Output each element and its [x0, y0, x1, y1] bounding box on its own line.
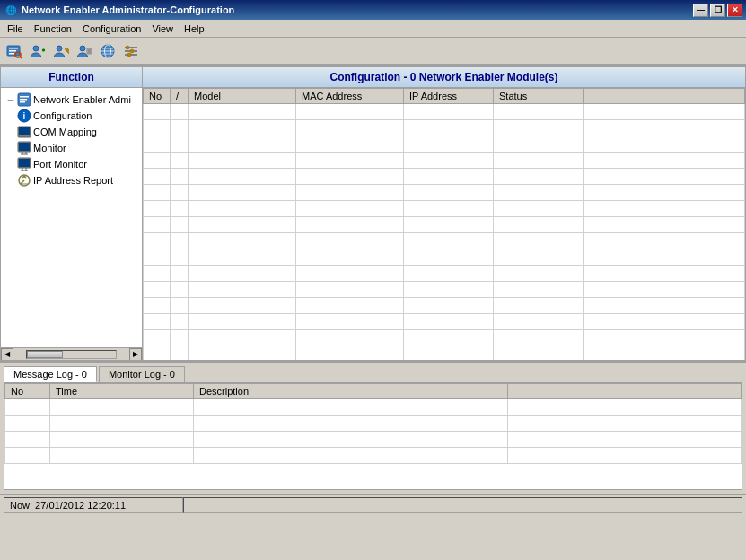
app-icon: 🌐	[4, 3, 18, 17]
status-timestamp: Now: 27/01/2012 12:20:11	[4, 497, 183, 513]
tree-root-label: Network Enabler Admi	[33, 94, 131, 105]
tree-item-configuration-label: Configuration	[33, 110, 92, 121]
toolbar-settings-btn[interactable]	[120, 40, 142, 62]
table-row	[144, 185, 745, 201]
tree-item-configuration[interactable]: i Configuration	[17, 108, 138, 124]
log-header-row: No Time Description	[5, 384, 742, 399]
tab-monitor-log[interactable]: Monitor Log - 0	[99, 366, 185, 382]
svg-rect-43	[19, 159, 30, 167]
log-row	[5, 416, 742, 432]
table-row	[144, 120, 745, 136]
title-bar: 🌐 Network Enabler Administrator-Configur…	[0, 0, 746, 20]
close-button[interactable]: ✕	[727, 4, 742, 17]
scroll-left-btn[interactable]: ◀	[1, 348, 13, 361]
log-row	[5, 399, 742, 416]
restore-button[interactable]: ❐	[710, 4, 725, 17]
tree-root-icon	[17, 92, 31, 107]
monitor-icon	[17, 141, 31, 155]
table-row	[144, 136, 745, 153]
tree-children: i Configuration	[17, 108, 138, 188]
svg-point-23	[126, 46, 129, 49]
log-col-description[interactable]: Description	[194, 384, 508, 399]
col-header-ip[interactable]: IP Address	[404, 89, 494, 104]
status-extra	[183, 497, 742, 513]
menu-bar: File Function Configuration View Help	[0, 20, 746, 38]
table-row	[144, 104, 745, 120]
menu-help[interactable]: Help	[179, 22, 210, 36]
col-header-model[interactable]: Model	[189, 89, 296, 104]
scrollbar-thumb[interactable]	[27, 351, 63, 358]
table-row	[144, 217, 745, 233]
log-col-time[interactable]: Time	[50, 384, 194, 399]
minimize-button[interactable]: —	[693, 4, 708, 17]
toolbar	[0, 38, 746, 65]
log-row	[5, 432, 742, 448]
menu-function[interactable]: Function	[29, 22, 77, 36]
devices-table: No / Model MAC Address IP Address Status	[143, 88, 745, 360]
toolbar-add-btn[interactable]	[27, 40, 48, 62]
tree-item-monitor[interactable]: Monitor	[17, 140, 138, 156]
svg-rect-38	[19, 143, 30, 151]
svg-rect-27	[20, 96, 29, 98]
com-mapping-icon	[17, 125, 31, 139]
table-row	[144, 298, 745, 314]
tree-root[interactable]: ─ Network Enabler Admi	[4, 92, 138, 108]
configuration-panel-header: Configuration - 0 Network Enabler Module…	[143, 67, 745, 88]
svg-line-5	[20, 57, 22, 58]
scrollbar-track[interactable]	[26, 350, 117, 359]
left-panel: Function ─ Network Enabler Admi	[0, 66, 142, 361]
table-row	[144, 201, 745, 217]
tab-message-log[interactable]: Message Log - 0	[4, 366, 97, 382]
svg-point-9	[57, 46, 62, 51]
tree-container: ─ Network Enabler Admi	[1, 88, 142, 347]
menu-view[interactable]: View	[146, 22, 179, 36]
log-tabs: Message Log - 0 Monitor Log - 0	[0, 363, 746, 382]
table-row	[144, 346, 745, 361]
svg-rect-1	[9, 48, 18, 49]
log-col-no[interactable]: No	[5, 384, 50, 399]
title-bar-left: 🌐 Network Enabler Administrator-Configur…	[4, 3, 234, 17]
toolbar-config-btn[interactable]	[74, 40, 95, 62]
col-header-status[interactable]: Status	[494, 89, 584, 104]
ip-report-icon	[17, 173, 31, 188]
left-panel-scrollbar[interactable]: ◀ ▶	[1, 347, 142, 360]
svg-rect-28	[20, 99, 27, 101]
status-bar: Now: 27/01/2012 12:20:11	[0, 494, 746, 515]
table-header-row: No / Model MAC Address IP Address Status	[144, 89, 745, 104]
scroll-right-btn[interactable]: ▶	[129, 348, 142, 361]
menu-configuration[interactable]: Configuration	[77, 22, 146, 36]
toolbar-search-btn[interactable]	[4, 40, 25, 62]
toolbar-globe-btn[interactable]	[97, 40, 118, 62]
log-row	[5, 448, 742, 464]
svg-point-25	[127, 53, 131, 57]
port-monitor-icon	[17, 157, 31, 171]
tree-item-monitor-label: Monitor	[33, 143, 66, 153]
panels-row: Function ─ Network Enabler Admi	[0, 65, 746, 361]
svg-rect-2	[9, 50, 16, 52]
right-panel-scroll[interactable]: No / Model MAC Address IP Address Status	[143, 88, 745, 360]
tree-expand-icon[interactable]: ─	[4, 93, 17, 106]
svg-text:i: i	[23, 111, 26, 121]
svg-point-11	[80, 46, 85, 51]
svg-rect-12	[87, 48, 92, 54]
toolbar-edit-btn[interactable]	[50, 40, 72, 62]
tree-item-port-monitor[interactable]: Port Monitor	[17, 156, 138, 172]
log-col-extra	[508, 384, 742, 399]
col-header-no[interactable]: No	[144, 89, 171, 104]
col-header-extra	[584, 89, 745, 104]
tree-item-port-monitor-label: Port Monitor	[33, 159, 87, 170]
log-content: No Time Description	[4, 382, 742, 490]
tree-item-ip-report-label: IP Address Report	[33, 175, 113, 186]
svg-point-24	[130, 49, 134, 53]
tree-item-com-mapping-label: COM Mapping	[33, 127, 97, 137]
table-row	[144, 233, 745, 249]
tree-item-ip-report[interactable]: IP Address Report	[17, 172, 138, 188]
menu-file[interactable]: File	[2, 22, 29, 36]
window-title: Network Enabler Administrator-Configurat…	[22, 4, 234, 15]
content-wrapper: File Function Configuration View Help	[0, 20, 746, 515]
tree-item-com-mapping[interactable]: COM Mapping	[17, 124, 138, 140]
table-row	[144, 314, 745, 330]
col-header-mac[interactable]: MAC Address	[296, 89, 404, 104]
svg-rect-10	[65, 47, 69, 53]
col-header-arrow[interactable]: /	[171, 89, 189, 104]
